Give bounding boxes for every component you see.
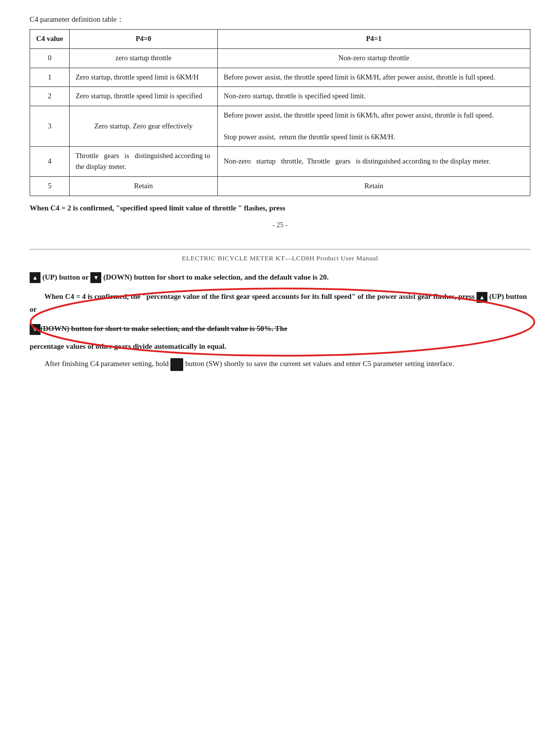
cell-c4-4: 4	[30, 147, 70, 177]
cell-p41-3: Before power assist, the throttle speed …	[218, 106, 530, 147]
cell-p40-2: Zero startup, throttle speed limit is sp…	[70, 87, 218, 106]
up-icon: ▲	[30, 272, 40, 283]
content-section: ▲ (UP) button or ▼ (DOWN) button for sho…	[30, 271, 530, 371]
cell-p41-5: Retain	[218, 176, 530, 196]
param-table: C4 value P4=0 P4=1 0 zero startup thrott…	[30, 29, 530, 196]
up-icon-2: ▲	[477, 292, 487, 303]
cell-p41-4: Non-zero startup throttle, Throttle gear…	[218, 147, 530, 177]
para1-text: (UP) button or	[42, 273, 91, 281]
cell-p40-1: Zero startup, throttle speed limit is 6K…	[70, 68, 218, 87]
para-2: When C4 = 4 is confirmed, the "percentag…	[30, 288, 530, 318]
down-icon-2: ▼	[30, 324, 40, 335]
footer-title: ELECTRIC BICYCLE METER KT—LCD8H Product …	[30, 254, 530, 262]
power-icon: ⏻	[170, 358, 183, 371]
cell-c4-1: 1	[30, 68, 70, 87]
page-bottom-section: ELECTRIC BICYCLE METER KT—LCD8H Product …	[0, 254, 560, 391]
cell-p41-0: Non-zero startup throttle	[218, 48, 530, 68]
para-4: percentage values of other gears divide …	[30, 340, 530, 353]
para-5: After finishing C4 parameter setting, ho…	[30, 358, 530, 371]
cell-c4-3: 3	[30, 106, 70, 147]
table-row: 3 Zero startup, Zero gear effectively Be…	[30, 106, 530, 147]
para5-text: After finishing C4 parameter setting, ho…	[44, 360, 170, 368]
table-row: 0 zero startup throttle Non-zero startup…	[30, 48, 530, 68]
para-3: ▼(DOWN) button for short to make selecti…	[30, 323, 530, 335]
cell-p40-3: Zero startup, Zero gear effectively	[70, 106, 218, 147]
table-header-p40: P4=0	[70, 30, 218, 49]
table-row: 4 Throttle gears is distinguished accord…	[30, 147, 530, 177]
page-number: - 25 -	[30, 221, 530, 229]
para2-text: When C4 = 4 is confirmed, the "percentag…	[44, 292, 477, 300]
cell-p40-0: zero startup throttle	[70, 48, 218, 68]
table-header-c4: C4 value	[30, 30, 70, 49]
down-icon: ▼	[90, 272, 101, 283]
table-row: 1 Zero startup, throttle speed limit is …	[30, 68, 530, 87]
para2-indent	[30, 292, 44, 300]
table-row: 2 Zero startup, throttle speed limit is …	[30, 87, 530, 106]
section-title: C4 parameter definition table：	[30, 15, 530, 24]
table-header-p41: P4=1	[218, 30, 530, 49]
page-divider	[30, 249, 530, 249]
para3-text: (DOWN) button for short to make selectio…	[40, 325, 287, 332]
cell-p40-4: Throttle gears is distinguished accordin…	[70, 147, 218, 177]
cell-c4-0: 0	[30, 48, 70, 68]
cell-c4-2: 2	[30, 87, 70, 106]
cell-c4-5: 5	[30, 176, 70, 196]
para1-text2: (DOWN) button for short to make selectio…	[103, 273, 328, 281]
para-1: ▲ (UP) button or ▼ (DOWN) button for sho…	[30, 271, 530, 284]
cell-p40-5: Retain	[70, 176, 218, 196]
table-row: 5 Retain Retain	[30, 176, 530, 196]
oval-highlight-container: When C4 = 4 is confirmed, the "percentag…	[30, 288, 530, 318]
bold-note: When C4 = 2 is confirmed, "specified spe…	[30, 204, 530, 212]
page-top-section: C4 parameter definition table： C4 value …	[0, 0, 560, 229]
para5-end: button (SW) shortly to save the current …	[185, 360, 454, 368]
cell-p41-2: Non-zero startup, throttle is specified …	[218, 87, 530, 106]
cell-p41-1: Before power assist, the throttle speed …	[218, 68, 530, 87]
